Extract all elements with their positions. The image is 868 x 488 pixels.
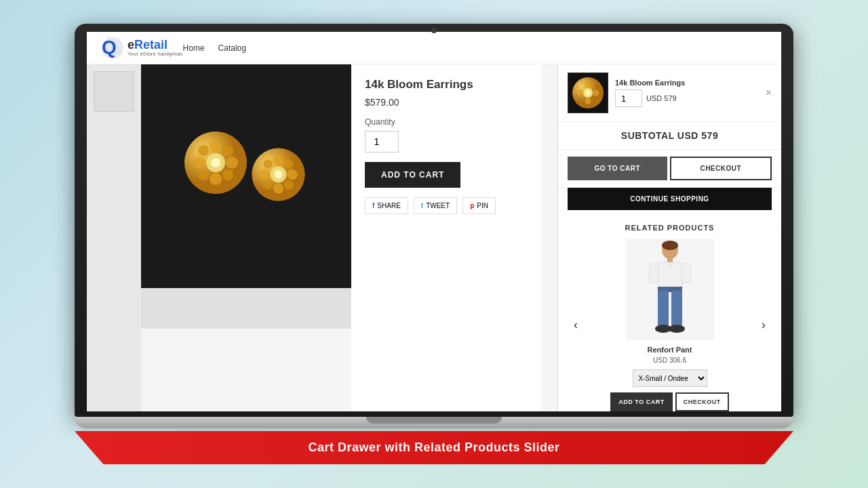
svg-point-5 [193,157,205,169]
subtotal-label: SUBTOTAL USD 579 [621,130,718,141]
related-title: RELATED PRODUCTS [568,224,772,232]
main-area: 14k Bloom Earrings $579.00 Quantity ADD … [87,64,781,411]
cart-item-earring-icon [571,76,605,110]
svg-point-42 [669,325,685,333]
earring-left [182,129,250,197]
pin-button[interactable]: p PIN [462,197,496,214]
bottom-banner: Cart Drawer with Related Products Slider [75,431,793,464]
related-product-name: Renfort Pant [589,346,750,354]
earring-right [250,146,317,214]
product-title: 14k Bloom Earrings [365,78,528,92]
cart-item-row: 14k Bloom Earrings USD 579 × [558,64,781,122]
svg-point-12 [222,169,233,180]
logo-text: eRetail Your eStore handyman [127,39,183,58]
cart-action-buttons: GO TO CART CHECKOUT [558,150,781,188]
related-variant-select[interactable]: X-Small / Ondee Small / Ondee Medium / O… [633,369,707,387]
svg-point-26 [586,91,591,96]
nav-home[interactable]: Home [183,43,205,53]
svg-point-16 [259,169,269,180]
svg-point-32 [662,241,678,250]
cart-item-info: 14k Bloom Earrings USD 579 [615,79,755,107]
banner-text: Cart Drawer with Related Products Slider [308,441,559,454]
product-info: 14k Bloom Earrings $579.00 Quantity ADD … [351,64,541,411]
cart-item-image [568,73,608,113]
slider-next-button[interactable]: › [755,317,772,333]
svg-point-4 [211,158,220,167]
svg-point-22 [263,180,273,190]
pin-label: PIN [477,202,488,209]
twitter-icon: t [421,202,423,209]
svg-point-29 [585,82,591,88]
svg-point-21 [284,159,294,169]
svg-rect-37 [682,264,690,283]
share-button[interactable]: f SHARE [365,197,408,214]
laptop-camera [431,28,437,33]
cart-item-name: 14k Bloom Earrings [615,79,755,87]
cart-item-qty[interactable] [615,89,642,107]
share-label: SHARE [377,202,400,209]
nav-catalog[interactable]: Catalog [218,43,246,53]
svg-point-15 [275,171,283,179]
svg-point-7 [210,140,222,152]
svg-point-9 [198,145,209,156]
svg-point-20 [263,159,273,169]
cart-drawer: 14k Bloom Earrings USD 579 × SUBTOTAL US… [557,64,781,411]
cart-item-price: USD 579 [646,94,677,102]
related-product-image [626,239,714,340]
quantity-input[interactable] [365,131,399,152]
svg-rect-36 [650,264,658,283]
svg-point-6 [226,157,238,169]
related-buttons: ADD TO CART CHECKOUT [589,392,750,411]
product-price: $579.00 [365,97,528,108]
related-add-to-cart-button[interactable]: ADD TO CART [610,392,672,411]
tweet-label: TWEET [426,202,450,209]
svg-point-30 [585,98,591,104]
svg-point-19 [273,183,283,193]
logo-icon: Q [100,36,125,60]
svg-text:Q: Q [102,37,117,58]
svg-point-27 [577,90,583,96]
logo: Q eRetail Your eStore handyman [100,36,183,60]
related-product-price: USD 306.6 [589,357,750,364]
svg-point-10 [222,145,233,156]
related-product-card: Renfort Pant USD 306.6 X-Small / Ondee S… [584,239,755,411]
product-image-section: 14k Bloom Earrings $579.00 Quantity ADD … [87,64,557,411]
svg-point-18 [273,155,283,165]
slider-prev-button[interactable]: ‹ [568,317,584,333]
related-product-person [643,241,697,339]
image-nav [141,288,351,329]
svg-point-17 [287,169,297,180]
thumbnail-col [87,64,141,411]
svg-rect-39 [658,291,669,326]
svg-point-8 [210,173,222,185]
nav-links: Home Catalog [183,43,246,53]
remove-item-button[interactable]: × [766,87,772,99]
go-to-cart-button[interactable]: GO TO CART [568,157,667,180]
svg-rect-40 [671,291,682,326]
svg-point-28 [593,90,599,96]
svg-point-11 [198,169,209,180]
main-product-image [141,64,351,288]
continue-shopping-button[interactable]: CONTINUE SHOPPING [568,188,772,210]
facebook-icon: f [372,202,374,209]
logo-tagline: Your eStore handyman [127,51,183,58]
related-slider: ‹ [568,239,772,411]
subtotal-row: SUBTOTAL USD 579 [558,122,781,150]
product-page: 14k Bloom Earrings $579.00 Quantity ADD … [87,64,557,411]
checkout-button-top[interactable]: CHECKOUT [670,157,772,180]
laptop-screen: Q eRetail Your eStore handyman Home Cata… [87,32,781,411]
social-buttons: f SHARE t TWEET p PIN [365,197,528,214]
thumbnail-1[interactable] [94,71,134,112]
laptop-base [75,417,793,428]
logo-name: eRetail [127,39,183,51]
tweet-button[interactable]: t TWEET [414,197,457,214]
pinterest-icon: p [470,202,474,209]
svg-point-23 [284,180,294,190]
header: Q eRetail Your eStore handyman Home Cata… [87,32,781,64]
related-checkout-button[interactable]: CHECKOUT [675,392,729,411]
add-to-cart-button[interactable]: ADD TO CART [365,162,460,188]
related-products-section: RELATED PRODUCTS ‹ [558,217,781,411]
quantity-label: Quantity [365,117,528,127]
